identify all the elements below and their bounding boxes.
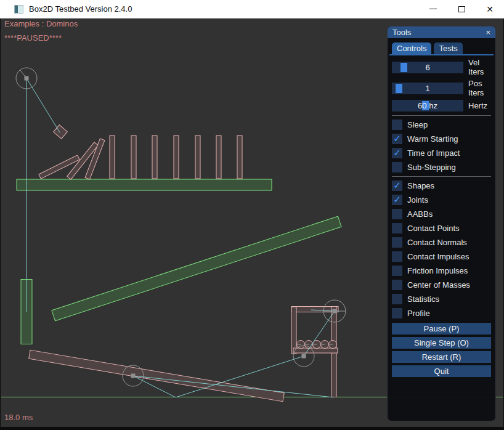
checkbox-label: Warm Starting (407, 134, 458, 144)
checkbox-row-joints: ✓Joints (392, 195, 491, 205)
checkbox-label: Contact Points (407, 224, 460, 233)
restart-r-button[interactable]: Restart (R) (392, 351, 491, 363)
slider-vel-iters[interactable]: 6 (392, 62, 463, 73)
checkbox-shapes[interactable]: ✓ (392, 181, 402, 191)
checkbox-group-draw: ✓Shapes✓JointsAABBsContact PointsContact… (392, 181, 491, 318)
maximize-button[interactable] (447, 0, 476, 18)
checkbox-statistics[interactable] (392, 294, 402, 304)
close-icon: ✕ (486, 5, 494, 14)
checkbox-label: Statistics (407, 294, 439, 304)
checkbox-label: Sleep (407, 120, 428, 129)
tab-controls[interactable]: Controls (392, 43, 431, 54)
tools-panel-close-icon[interactable]: × (486, 28, 490, 36)
tab-underline (389, 54, 494, 55)
checkbox-contact-normals[interactable] (392, 237, 402, 248)
button-section: Pause (P)Single Step (O)Restart (R)Quit (392, 323, 491, 377)
checkbox-row-profile: Profile (392, 308, 491, 318)
checkbox-profile[interactable] (392, 308, 402, 318)
checkbox-friction-impulses[interactable] (392, 266, 402, 276)
checkbox-aabbs[interactable] (392, 209, 402, 219)
checkbox-row-aabbs: AABBs (392, 209, 491, 219)
app-icon (14, 5, 23, 14)
checkbox-group-sim: Sleep✓Warm Starting✓Time of ImpactSub-St… (392, 120, 491, 172)
slider-label: Hertz (468, 101, 487, 110)
checkbox-time-of-impact[interactable]: ✓ (392, 148, 402, 158)
tools-panel-title: Tools (392, 28, 486, 37)
checkbox-row-shapes: ✓Shapes (392, 181, 491, 191)
tab-bar: ControlsTests (392, 43, 491, 54)
frame-time-label: 18.0 ms (4, 413, 33, 422)
slider-label: Vel Iters (468, 58, 491, 76)
checkbox-label: Profile (407, 309, 430, 318)
checkbox-row-center-of-masses: Center of Masses (392, 280, 491, 290)
single-step-o-button[interactable]: Single Step (O) (392, 337, 491, 349)
checkbox-row-friction-impulses: Friction Impulses (392, 266, 491, 276)
checkbox-joints[interactable]: ✓ (392, 195, 402, 205)
checkbox-label: Sub-Stepping (407, 163, 456, 172)
close-button[interactable]: ✕ (476, 0, 504, 18)
slider-value: 6 (392, 62, 463, 73)
slider-row-hertz: 60 hzHertz (392, 100, 491, 112)
checkbox-row-contact-points: Contact Points (392, 223, 491, 233)
slider-section: 6Vel Iters1Pos Iters60 hzHertz (392, 58, 491, 112)
checkbox-contact-impulses[interactable] (392, 251, 402, 262)
app-window: Examples : Dominos ****PAUSED**** 18.0 m… (0, 0, 504, 430)
checkbox-row-sub-stepping: Sub-Stepping (392, 162, 491, 172)
checkbox-center-of-masses[interactable] (392, 280, 402, 290)
checkbox-warm-starting[interactable]: ✓ (392, 134, 402, 144)
minimize-button[interactable] (419, 0, 447, 18)
checkbox-label: Contact Normals (407, 238, 467, 247)
slider-row-pos-iters: 1Pos Iters (392, 79, 491, 97)
checkbox-row-warm-starting: ✓Warm Starting (392, 134, 491, 144)
separator (392, 176, 491, 177)
checkbox-label: Joints (407, 195, 428, 205)
tab-tests[interactable]: Tests (434, 43, 462, 54)
checkbox-row-contact-impulses: Contact Impulses (392, 251, 491, 262)
pause-p-button[interactable]: Pause (P) (392, 323, 491, 335)
checkbox-row-sleep: Sleep (392, 120, 491, 130)
slider-hertz[interactable]: 60 hz (392, 100, 463, 112)
checkbox-row-contact-normals: Contact Normals (392, 237, 491, 248)
checkbox-row-time-of-impact: ✓Time of Impact (392, 148, 491, 158)
minimize-icon (429, 9, 437, 9)
checkbox-sleep[interactable] (392, 120, 402, 130)
quit-button[interactable]: Quit (392, 365, 491, 377)
slider-value: 1 (392, 83, 463, 94)
window-title: Box2D Testbed Version 2.4.0 (29, 4, 419, 14)
slider-value: 60 hz (392, 100, 463, 112)
checkbox-contact-points[interactable] (392, 223, 402, 233)
slider-label: Pos Iters (468, 79, 491, 97)
tools-panel-titlebar[interactable]: Tools × (388, 26, 495, 38)
checkbox-label: Contact Impulses (407, 252, 469, 261)
separator (392, 115, 491, 116)
slider-row-vel-iters: 6Vel Iters (392, 58, 491, 76)
checkbox-label: Friction Impulses (407, 266, 468, 275)
tools-panel-body: ControlsTests 6Vel Iters1Pos Iters60 hzH… (388, 38, 495, 377)
example-label: Examples : Dominos (4, 19, 78, 28)
maximize-icon (458, 6, 465, 12)
slider-pos-iters[interactable]: 1 (392, 83, 463, 94)
window-titlebar[interactable]: Box2D Testbed Version 2.4.0 ✕ (0, 0, 504, 18)
tools-panel: Tools × ControlsTests 6Vel Iters1Pos Ite… (387, 26, 496, 421)
checkbox-label: AABBs (407, 209, 433, 219)
paused-label: ****PAUSED**** (4, 33, 62, 43)
checkbox-row-statistics: Statistics (392, 294, 491, 304)
checkbox-label: Center of Masses (407, 280, 470, 290)
checkbox-sub-stepping[interactable] (392, 162, 402, 172)
checkbox-label: Time of Impact (407, 148, 460, 158)
checkbox-label: Shapes (407, 181, 434, 190)
